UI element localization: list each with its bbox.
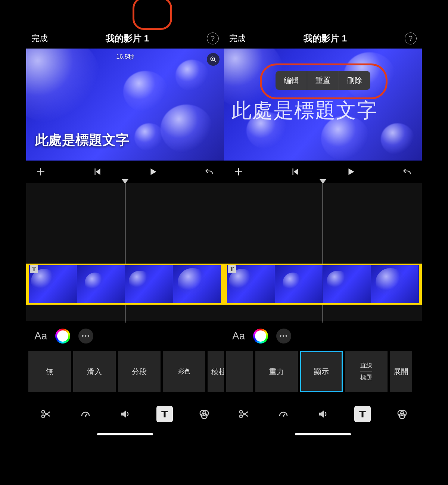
add-media-button[interactable] [233,166,244,177]
video-clip[interactable] [26,264,224,305]
video-preview[interactable]: 編輯 重置 刪除 此處是標題文字 [224,49,422,161]
color-picker-button[interactable] [253,329,268,343]
timeline[interactable]: T [224,183,422,321]
style-slide[interactable]: 滑入 [73,351,116,392]
add-media-button[interactable] [35,166,46,177]
style-split[interactable]: 分段 [118,351,161,392]
font-button[interactable]: Aa [34,330,47,342]
play-button[interactable] [345,166,357,177]
title-options-bar: Aa ••• [224,321,422,351]
home-indicator [26,431,224,448]
skip-back-button[interactable] [91,166,103,177]
right-screenshot: 完成 我的影片 1 ? 編輯 重置 刪除 此處是標題文字 [224,0,422,485]
title-options-bar: Aa ••• [26,321,224,351]
skip-back-button[interactable] [289,166,301,177]
title-styles-row[interactable]: 無 滑入 分段 彩色 稜柱 [26,351,224,397]
more-options-button[interactable]: ••• [78,329,93,343]
project-title: 我的影片 1 [106,32,149,44]
more-options-button[interactable]: ••• [276,329,291,343]
svg-line-14 [283,414,285,416]
scissors-tool[interactable] [236,406,252,422]
undo-button[interactable] [402,166,413,177]
speed-tool[interactable] [275,406,292,422]
filters-tool[interactable] [394,406,410,422]
style-partial[interactable] [226,351,253,392]
style-line-top: 直線 [360,362,372,371]
zoom-icon[interactable] [207,53,220,66]
timestamp-label: 16.5秒 [116,53,134,61]
title-overlay[interactable]: 此處是標題文字 [231,97,422,124]
volume-tool[interactable] [117,406,133,422]
bottom-toolbar [26,397,224,431]
scissors-tool[interactable] [38,406,54,422]
style-reveal[interactable]: 顯示 [300,351,343,392]
help-icon[interactable]: ? [405,32,417,44]
home-indicator [224,431,422,448]
title-styles-row[interactable]: 重力 顯示 直線 標題 展開 [224,351,422,397]
help-icon[interactable]: ? [207,32,219,44]
undo-button[interactable] [204,166,215,177]
annotation-highlight [133,0,172,30]
title-overlay[interactable]: 此處是標題文字 [35,131,129,149]
done-button[interactable]: 完成 [229,33,246,44]
header: 完成 我的影片 1 ? [224,28,422,49]
annotation-highlight [260,63,388,99]
titles-tool[interactable] [354,406,371,422]
style-expand[interactable]: 展開 [390,351,412,392]
titles-tool[interactable] [156,406,173,422]
style-line-bottom: 標題 [360,374,372,382]
play-button[interactable] [147,166,159,177]
bottom-toolbar [224,397,422,431]
filters-tool[interactable] [196,406,212,422]
style-gravity[interactable]: 重力 [255,351,298,392]
left-screenshot: 完成 我的影片 1 ? 16.5秒 此處是標題文字 [26,0,224,485]
project-title: 我的影片 1 [304,32,347,44]
svg-line-7 [85,414,87,416]
video-clip[interactable] [224,264,422,305]
title-badge-icon: T [228,265,236,273]
speed-tool[interactable] [77,406,94,422]
timeline[interactable]: T [26,183,224,321]
color-picker-button[interactable] [55,329,70,343]
font-button[interactable]: Aa [232,330,245,342]
title-badge-icon: T [30,265,38,273]
style-prism[interactable]: 稜柱 [208,351,224,392]
volume-tool[interactable] [315,406,331,422]
style-chromatic[interactable]: 彩色 [163,351,205,392]
header: 完成 我的影片 1 ? [26,28,224,49]
style-none[interactable]: 無 [28,351,71,392]
video-preview[interactable]: 16.5秒 此處是標題文字 [26,49,224,161]
svg-line-1 [214,60,216,62]
style-line-title[interactable]: 直線 標題 [345,351,388,392]
done-button[interactable]: 完成 [31,33,48,44]
